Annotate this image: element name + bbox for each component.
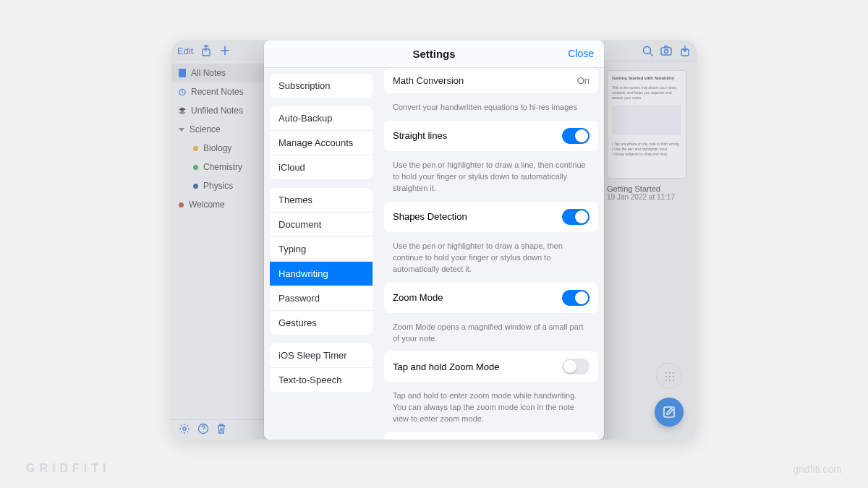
toggle-shapes-detection[interactable] (562, 209, 590, 225)
settings-detail-pane: Math Conversion On Convert your handwrit… (378, 68, 604, 440)
settings-nav-tts[interactable]: Text-to-Speech (270, 368, 373, 392)
row-label: Shapes Detection (393, 211, 467, 222)
row-description: Tap and hold to enter zoom mode while ha… (384, 389, 598, 432)
settings-modal: Settings Close Subscription Auto-Backup … (264, 40, 604, 440)
app-window: Edit All Notes Rece (171, 40, 697, 440)
row-zoom-mode: Zoom Mode (384, 283, 598, 313)
row-tap-hold-zoom: Tap and hold Zoom Mode (384, 351, 598, 382)
settings-nav-icloud[interactable]: iCloud (270, 155, 373, 179)
settings-nav-autobackup[interactable]: Auto-Backup (270, 106, 373, 131)
row-value: On (577, 75, 590, 86)
settings-nav-handwriting[interactable]: Handwriting (270, 262, 373, 286)
toggle-straight-lines[interactable] (562, 128, 590, 144)
row-left-handed-mode: Left-handed mode (384, 432, 598, 440)
watermark-logo: GRIDFITI (26, 462, 110, 475)
modal-title: Settings (412, 48, 455, 60)
toggle-zoom-mode[interactable] (562, 290, 590, 306)
settings-nav-password[interactable]: Password (270, 286, 373, 311)
row-label: Tap and hold Zoom Mode (393, 361, 499, 372)
watermark-url: gridfiti.com (793, 463, 842, 475)
row-label: Math Conversion (393, 75, 464, 86)
settings-nav-subscription[interactable]: Subscription (270, 74, 373, 98)
row-description: Use the pen or highlighter to draw a lin… (384, 158, 598, 202)
row-label: Zoom Mode (393, 292, 443, 303)
row-description: Convert your handwritten equations to hi… (384, 100, 598, 121)
settings-nav-document[interactable]: Document (270, 213, 373, 237)
modal-header: Settings Close (264, 40, 604, 68)
settings-nav-themes[interactable]: Themes (270, 188, 373, 213)
settings-nav-gestures[interactable]: Gestures (270, 311, 373, 335)
settings-nav-typing[interactable]: Typing (270, 237, 373, 262)
toggle-tap-hold-zoom[interactable] (562, 359, 590, 374)
row-label: Straight lines (393, 130, 447, 141)
row-math-conversion[interactable]: Math Conversion On (384, 68, 598, 93)
row-description: Use the pen or highlighter to draw a sha… (384, 239, 598, 283)
settings-sidebar: Subscription Auto-Backup Manage Accounts… (264, 68, 378, 440)
row-straight-lines: Straight lines (384, 121, 598, 151)
row-description: Zoom Mode opens a magnified window of a … (384, 320, 598, 352)
settings-nav-sleep-timer[interactable]: iOS Sleep Timer (270, 343, 373, 368)
settings-nav-manage-accounts[interactable]: Manage Accounts (270, 131, 373, 155)
row-shapes-detection: Shapes Detection (384, 202, 598, 232)
close-button[interactable]: Close (568, 48, 594, 59)
